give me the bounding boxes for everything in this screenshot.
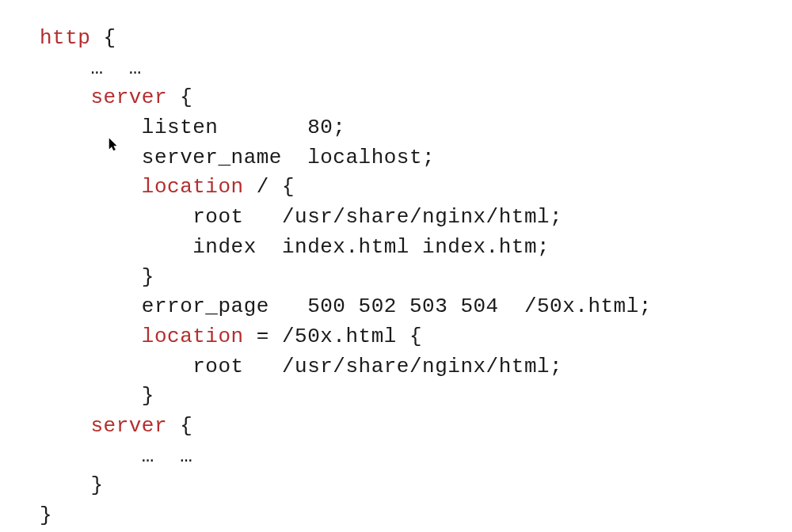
keyword-location: location — [142, 325, 244, 348]
code-line: listen 80; — [40, 113, 792, 143]
keyword-server: server — [90, 414, 167, 438]
code-line: server { — [40, 83, 792, 113]
code-text — [40, 414, 90, 438]
code-line: … … — [40, 442, 792, 472]
code-line: } — [40, 471, 792, 501]
code-line: … … — [40, 54, 792, 84]
code-text: { — [167, 414, 192, 438]
code-line: root /usr/share/nginx/html; — [40, 203, 792, 233]
code-line: } — [40, 382, 792, 412]
code-line: server_name localhost; — [40, 143, 792, 173]
keyword-server: server — [90, 86, 167, 109]
code-text — [40, 86, 90, 109]
code-line: http { — [40, 24, 792, 54]
code-line: location / { — [40, 173, 792, 203]
code-text: = /50x.html { — [244, 325, 422, 348]
code-line: error_page 500 502 503 504 /50x.html; — [40, 292, 792, 322]
code-line: server { — [40, 412, 792, 442]
mouse-cursor-icon — [108, 138, 119, 158]
code-text — [40, 325, 142, 348]
code-text: { — [90, 26, 116, 50]
code-line: index index.html index.htm; — [40, 233, 792, 263]
code-text: { — [167, 86, 192, 109]
keyword-location: location — [142, 175, 244, 199]
code-line: } — [40, 501, 792, 531]
code-line: location = /50x.html { — [40, 322, 792, 352]
code-line: root /usr/share/nginx/html; — [40, 352, 792, 382]
code-line: } — [40, 263, 792, 293]
code-text — [40, 175, 142, 199]
code-text: / { — [244, 175, 295, 199]
nginx-config-code: http { … … server { listen 80; server_na… — [40, 24, 792, 531]
keyword-http: http — [40, 26, 90, 50]
